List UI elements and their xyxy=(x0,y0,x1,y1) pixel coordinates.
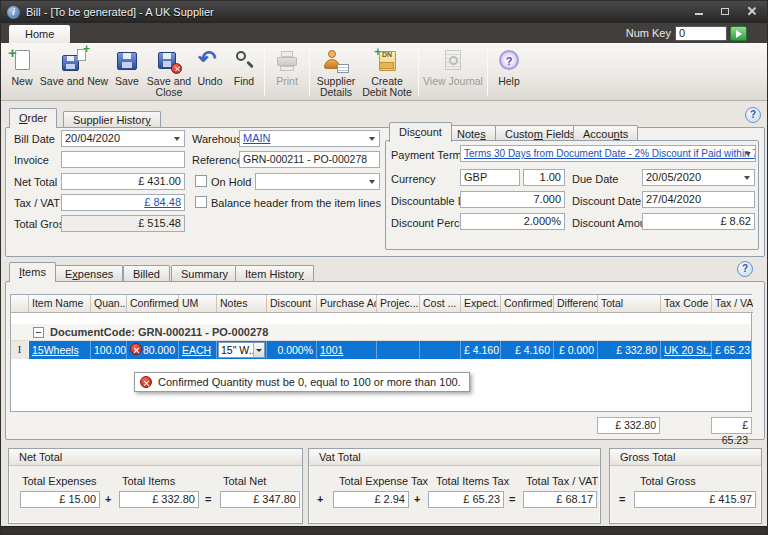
bill-date-field[interactable]: 20/04/2020 xyxy=(61,130,185,147)
discountable-days-field[interactable]: 7.000 xyxy=(460,191,565,208)
tab-billed[interactable]: Billed xyxy=(123,265,170,282)
items-panel: Item Name Quan... Confirmed... UM Notes … xyxy=(5,281,765,440)
column-header-confirmed-qty[interactable]: Confirmed... xyxy=(127,295,179,313)
column-header-purchase-account[interactable]: Purchase Ac... xyxy=(317,295,377,313)
column-header-tax-code[interactable]: Tax Code xyxy=(661,295,712,313)
column-header-cost[interactable]: Cost ... xyxy=(420,295,461,313)
undo-button[interactable]: ↶ Undo xyxy=(193,45,227,99)
tax-vat-field[interactable]: £ 84.48 xyxy=(61,194,185,211)
column-header-difference[interactable]: Difference xyxy=(554,295,598,313)
tax-vat-link[interactable]: £ 84.48 xyxy=(144,196,181,208)
column-header-um[interactable]: UM xyxy=(179,295,217,313)
cell-um[interactable]: EACH xyxy=(179,341,217,359)
cell-difference[interactable]: £ 0.000 xyxy=(554,341,598,359)
group-row[interactable]: DocumentCode: GRN-000211 - PO-000278 xyxy=(11,324,751,341)
print-icon xyxy=(274,48,300,74)
tab-supplier-history[interactable]: Supplier History xyxy=(63,111,161,128)
net-total-field[interactable]: £ 431.00 xyxy=(61,173,185,190)
column-header-project[interactable]: Projec... xyxy=(377,295,420,313)
discount-percent-field[interactable]: 2.000% xyxy=(460,213,565,230)
currency-code-field[interactable]: GBP xyxy=(460,169,520,186)
tab-summary[interactable]: Summary xyxy=(171,265,238,282)
cell-quantity[interactable]: 100.000 xyxy=(91,341,127,359)
total-tax-vat-label: Total Tax / VAT xyxy=(526,473,598,490)
column-header-expected[interactable]: Expect... xyxy=(461,295,501,313)
group-row-label: DocumentCode: GRN-000211 - PO-000278 xyxy=(50,326,268,338)
column-header-confirmed[interactable]: Confirmed... xyxy=(501,295,554,313)
discount-amount-field: £ 8.62 xyxy=(642,213,755,230)
close-button[interactable] xyxy=(741,4,761,18)
table-row[interactable]: I 15Wheels 100.000 80.000 EACH 15" W... … xyxy=(11,341,751,359)
net-total-panel: Net Total Total Expenses Total Items Tot… xyxy=(8,448,303,524)
ribbon-separator xyxy=(309,48,310,96)
tab-item-history[interactable]: Item History xyxy=(235,265,314,282)
minimize-button[interactable] xyxy=(689,4,709,18)
column-header-discount[interactable]: Discount xyxy=(267,295,317,313)
save-button[interactable]: Save xyxy=(109,45,145,99)
payment-term-field[interactable]: Terms 30 Days from Document Date - 2% Di… xyxy=(460,145,756,162)
column-header-total[interactable]: Total xyxy=(598,295,661,313)
ribbon-separator xyxy=(487,48,488,96)
column-header-item-name[interactable]: Item Name xyxy=(29,295,91,313)
tab-discount[interactable]: Discount xyxy=(389,122,452,142)
new-button[interactable]: + New xyxy=(5,45,39,99)
save-and-close-button[interactable]: Save and Close xyxy=(145,45,193,99)
cell-expected[interactable]: £ 4.160 xyxy=(461,341,501,359)
items-help-button[interactable]: ? xyxy=(737,261,753,277)
tab-items[interactable]: Items xyxy=(9,262,56,282)
cell-discount[interactable]: 0.000% xyxy=(267,341,317,359)
supplier-details-button[interactable]: Supplier Details xyxy=(313,45,359,99)
tab-expenses[interactable]: Expenses xyxy=(55,265,123,282)
purchase-account-link[interactable]: 1001 xyxy=(320,344,343,356)
due-date-field[interactable]: 20/05/2020 xyxy=(642,169,755,186)
create-debit-note-button[interactable]: DN+ Create Debit Note xyxy=(359,45,415,99)
column-header-quantity[interactable]: Quan... xyxy=(91,295,127,313)
help-button[interactable]: ? Help xyxy=(491,45,527,99)
item-name-link[interactable]: 15Wheels xyxy=(32,344,79,356)
on-hold-checkbox[interactable] xyxy=(195,175,207,187)
tab-order[interactable]: Order xyxy=(9,108,57,128)
close-icon xyxy=(746,6,756,16)
grid-header-row: Item Name Quan... Confirmed... UM Notes … xyxy=(11,295,751,313)
cell-confirmed-quantity[interactable]: 80.000 xyxy=(127,341,179,359)
chevron-down-icon xyxy=(745,152,751,156)
cell-project[interactable] xyxy=(377,341,420,359)
on-hold-reason-field[interactable] xyxy=(255,173,380,190)
save-and-new-button[interactable]: + Save and New xyxy=(39,45,109,99)
warehouse-link[interactable]: MAIN xyxy=(243,132,271,144)
cell-item-name[interactable]: 15Wheels xyxy=(29,341,91,359)
notes-editor[interactable]: 15" W... xyxy=(218,342,265,358)
warehouse-field[interactable]: MAIN xyxy=(239,130,380,147)
cell-cost[interactable] xyxy=(420,341,461,359)
reference-field[interactable]: GRN-000211 - PO-000278 xyxy=(239,151,380,168)
balance-header-checkbox[interactable] xyxy=(195,196,207,208)
error-icon xyxy=(140,376,152,388)
payment-term-link[interactable]: Terms 30 Days from Document Date - 2% Di… xyxy=(464,148,756,159)
window-title: Bill - [To be generated] - A UK Supplier xyxy=(26,6,214,18)
num-key-go-button[interactable] xyxy=(730,26,747,41)
cell-notes[interactable]: 15" W... xyxy=(217,341,267,359)
ribbon-separator xyxy=(418,48,419,96)
maximize-button[interactable] xyxy=(715,4,735,18)
balance-header-label: Balance header from the item lines xyxy=(211,195,381,212)
order-help-button[interactable]: ? xyxy=(745,107,761,123)
cell-tax-vat[interactable]: £ 65.23 xyxy=(712,341,751,359)
notes-dropdown-button[interactable] xyxy=(253,343,264,357)
cell-confirmed[interactable]: £ 4.160 xyxy=(501,341,554,359)
total-items-label: Total Items xyxy=(122,473,175,490)
column-header-tax-vat[interactable]: Tax / VAT xyxy=(712,295,753,313)
currency-rate-field[interactable]: 1.00 xyxy=(523,169,565,186)
num-key-input[interactable]: 0 xyxy=(675,26,727,41)
grid-selector-header xyxy=(11,295,29,313)
tab-home[interactable]: Home xyxy=(9,25,70,43)
tax-vat-label: Tax / VAT xyxy=(14,195,60,212)
find-button[interactable]: Find xyxy=(227,45,261,99)
cell-total[interactable]: £ 332.80 xyxy=(598,341,661,359)
cell-purchase-account[interactable]: 1001 xyxy=(317,341,377,359)
column-header-notes[interactable]: Notes xyxy=(217,295,267,313)
tax-code-link[interactable]: UK 20 St... xyxy=(664,344,712,356)
invoice-field[interactable] xyxy=(61,151,185,168)
cell-tax-code[interactable]: UK 20 St... xyxy=(661,341,712,359)
collapse-icon[interactable] xyxy=(33,327,44,338)
um-link[interactable]: EACH xyxy=(182,344,211,356)
